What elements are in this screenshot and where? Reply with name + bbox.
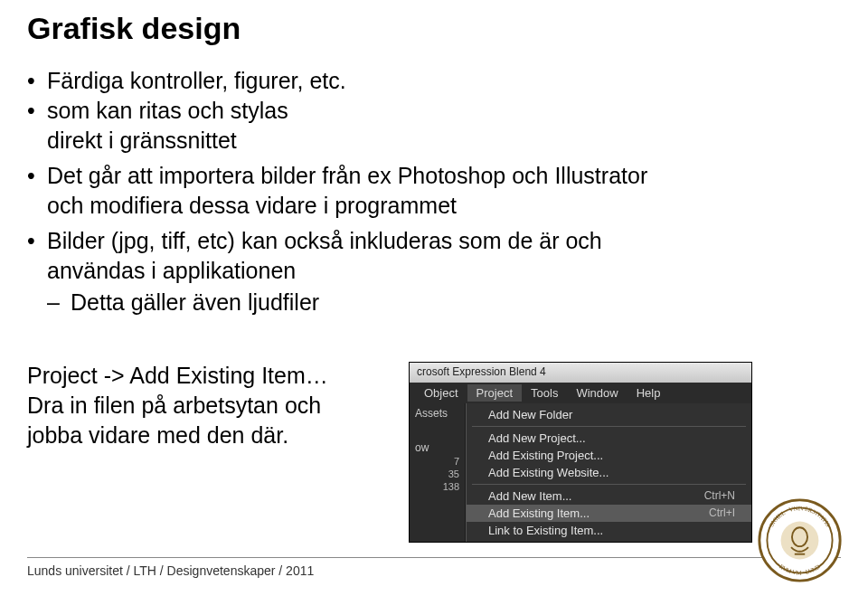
bullet-text: direkt i gränssnittet (47, 128, 237, 153)
app-side-panel: Assets ow 7 35 138 (410, 403, 466, 542)
bullet-text: Färdiga kontroller, figurer, etc. (47, 68, 346, 93)
bullet-item: Bilder (jpg, tiff, etc) kan också inklud… (27, 226, 841, 317)
bullet-text: Bilder (jpg, tiff, etc) kan också inklud… (47, 228, 602, 253)
footer-text: Lunds universitet / LTH / Designvetenska… (27, 563, 841, 578)
side-number: 7 (415, 456, 459, 467)
bullet-text: Det går att importera bilder från ex Pho… (47, 163, 647, 188)
bullet-item: Färdiga kontroller, figurer, etc. (27, 66, 841, 96)
dd-add-existing-website[interactable]: Add Existing Website... (467, 464, 751, 481)
dd-add-new-project[interactable]: Add New Project... (467, 430, 751, 447)
page-title: Grafisk design (27, 11, 841, 46)
dd-label: Add New Item... (488, 489, 571, 503)
dd-shortcut: Ctrl+I (709, 506, 735, 520)
dd-label: Add New Folder (488, 408, 572, 421)
dd-label: Add Existing Project... (488, 449, 603, 462)
dd-link-to-existing-item[interactable]: Link to Existing Item... (467, 522, 751, 539)
dd-shortcut: Ctrl+N (704, 489, 735, 503)
bullet-text: Detta gäller även ljudfiler (71, 289, 319, 315)
sub-bullet-item: Detta gäller även ljudfiler (47, 288, 841, 317)
app-menubar: Object Project Tools Window Help (410, 383, 751, 403)
dd-separator (472, 484, 746, 485)
dd-add-new-item[interactable]: Add New Item... Ctrl+N (467, 487, 751, 505)
bullet-text: och modifiera dessa vidare i programmet (47, 193, 457, 218)
bullet-text: användas i applikationen (47, 258, 296, 283)
body-line: jobba vidare med den där. (27, 422, 288, 448)
app-title-bar: crosoft Expression Blend 4 (410, 363, 751, 383)
dd-label: Add New Project... (488, 431, 586, 445)
project-dropdown: Add New Folder Add New Project... Add Ex… (466, 403, 751, 542)
dd-add-existing-item[interactable]: Add Existing Item... Ctrl+I (467, 505, 751, 522)
bullet-list: Färdiga kontroller, figurer, etc. som ka… (27, 66, 841, 317)
menu-project[interactable]: Project (467, 384, 522, 402)
bullet-text: som kan ritas och stylas (47, 98, 288, 123)
dd-add-new-folder[interactable]: Add New Folder (467, 406, 751, 423)
side-label: ow (415, 441, 459, 454)
side-number: 35 (415, 468, 459, 479)
bullet-item: Det går att importera bilder från ex Pho… (27, 161, 841, 221)
menu-tools[interactable]: Tools (522, 384, 567, 402)
dd-label: Link to Existing Item... (488, 524, 603, 537)
menu-help[interactable]: Help (627, 384, 670, 402)
dd-label: Add Existing Item... (488, 506, 590, 520)
university-seal-icon: SIGILL · VNIVERSITATIS · RVM VM · LVND · (757, 497, 843, 583)
side-number: 138 (415, 481, 459, 492)
dd-label: Add Existing Website... (488, 466, 609, 479)
side-tab-assets[interactable]: Assets (415, 407, 459, 420)
footer-divider (27, 557, 841, 558)
dd-separator (472, 426, 746, 427)
app-screenshot: crosoft Expression Blend 4 Object Projec… (409, 362, 752, 543)
app-title: crosoft Expression Blend 4 (417, 365, 546, 378)
body-line: Dra in filen på arbetsytan och (27, 393, 321, 418)
bullet-item: som kan ritas och stylas direkt i gränss… (27, 96, 841, 156)
dd-add-existing-project[interactable]: Add Existing Project... (467, 447, 751, 464)
menu-object[interactable]: Object (415, 384, 467, 402)
body-line: Project -> Add Existing Item… (27, 363, 328, 388)
menu-window[interactable]: Window (567, 384, 627, 402)
